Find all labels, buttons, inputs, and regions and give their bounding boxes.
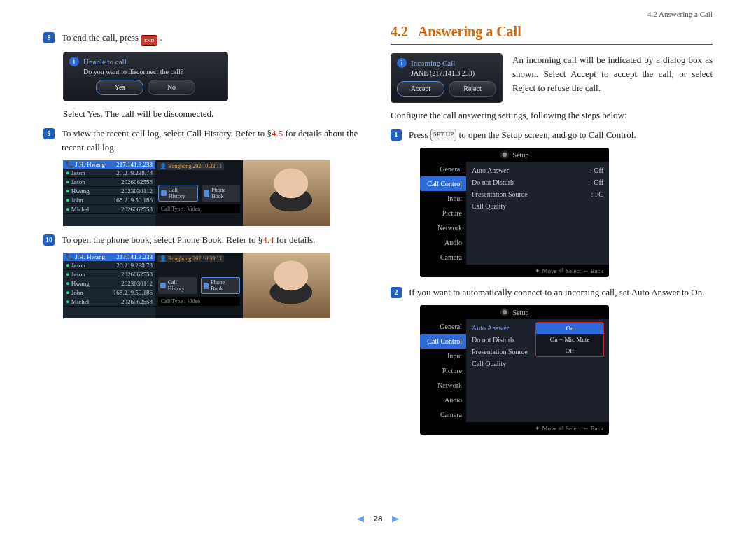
list-item: ● Jason20.219.238.78 (63, 261, 155, 270)
call-list: 📞 J.H. Hwang 217.141.3.233 ● Jason20.219… (63, 160, 155, 226)
call-detail-pane: 👤 Bongbong 202.10.33.11 Call History Pho… (155, 160, 243, 226)
opt-presentation-source[interactable]: Presentation Source: PC (472, 188, 603, 200)
phonebook-icon (204, 190, 210, 197)
history-icon (161, 190, 167, 196)
portrait-image (243, 253, 330, 318)
popup-option-off[interactable]: Off (536, 345, 603, 356)
menu-general[interactable]: General (420, 319, 466, 334)
caller-tag: 👤 Bongbong 202.10.33.11 (158, 162, 224, 170)
popup-option-on[interactable]: On (536, 323, 603, 334)
call-type-label: Call Type : Video (158, 204, 240, 213)
dialog-title: Unable to call. (83, 57, 128, 66)
menu-picture[interactable]: Picture (420, 206, 466, 220)
step-8-after: Select Yes. The call will be disconnecte… (63, 108, 365, 120)
step-2: 2 If you want to automatically connect t… (391, 286, 713, 300)
menu-input[interactable]: Input (420, 349, 466, 363)
list-item: ● Michel2026062558 (63, 297, 155, 307)
xref-link[interactable]: 4.4 (262, 234, 274, 245)
menu-network[interactable]: Network (420, 378, 466, 393)
setup-menu: General Call Control Input Picture Netwo… (420, 319, 466, 422)
opt-call-quality[interactable]: Call Quality (472, 200, 603, 212)
yes-button[interactable]: Yes (96, 80, 144, 95)
caller-id: JANE (217.141.3.233) (411, 69, 496, 77)
step-number: 10 (43, 234, 55, 246)
portrait-image (243, 160, 330, 226)
menu-input[interactable]: Input (420, 191, 466, 206)
setup-titlebar: Setup (420, 305, 609, 319)
step-9: 9 To view the recent-call log, select Ca… (43, 127, 365, 155)
menu-call-control[interactable]: Call Control (420, 334, 466, 349)
reject-button[interactable]: Reject (449, 81, 496, 97)
no-button[interactable]: No (148, 80, 195, 95)
call-list: 📞 J.H. Hwang 217.141.3.233 ● Jason20.219… (63, 253, 155, 318)
step-8: 8 To end the call, press END . (43, 31, 365, 46)
step-number: 9 (43, 128, 55, 139)
phone-book-button[interactable]: Phone Book (202, 185, 241, 202)
list-item: ● John168.219.50.186 (63, 288, 155, 297)
setup-screen-2: Setup General Call Control Input Picture… (420, 305, 609, 435)
setup-footer-hints: ✦ Move ⏎ Select ← Back (420, 422, 609, 435)
caller-tag: 👤 Bongbong 202.10.33.11 (158, 255, 224, 262)
incoming-description: An incoming call will be indicated by a … (512, 53, 713, 103)
setup-options: Auto Answer: Off Do not Disturb: Off Pre… (466, 162, 609, 265)
video-preview (243, 253, 330, 318)
phone-book-button[interactable]: Phone Book (201, 277, 241, 294)
menu-audio[interactable]: Audio (420, 235, 466, 250)
menu-picture[interactable]: Picture (420, 363, 466, 378)
page-footer: ◀ 28 ▶ (0, 513, 756, 524)
list-item: ● John168.219.50.186 (63, 196, 155, 205)
config-intro: Configure the call answering settings, f… (391, 110, 713, 121)
list-item: ● Hwang2023030112 (63, 279, 155, 288)
auto-answer-popup: On On + Mic Mute Off (536, 322, 604, 357)
gear-icon (500, 308, 509, 316)
list-item: ● Hwang2023030112 (63, 187, 155, 196)
end-key-icon: END (141, 35, 158, 46)
menu-network[interactable]: Network (420, 220, 466, 235)
setup-screen-1: Setup General Call Control Input Picture… (420, 148, 609, 277)
page-number: 28 (374, 513, 383, 524)
section-heading: 4.2 Answering a Call (391, 24, 713, 40)
step-number: 8 (43, 32, 55, 43)
list-item: ● Michel2026062558 (63, 205, 155, 214)
phonebook-icon (204, 283, 209, 289)
next-page-icon[interactable]: ▶ (392, 513, 399, 524)
history-icon (160, 283, 166, 288)
menu-camera[interactable]: Camera (420, 250, 466, 265)
popup-option-on-mute[interactable]: On + Mic Mute (536, 334, 603, 345)
menu-audio[interactable]: Audio (420, 393, 466, 407)
disconnect-dialog: i Unable to call. Do you want to disconn… (63, 52, 228, 101)
setup-titlebar: Setup (420, 148, 609, 162)
call-history-button[interactable]: Call History (158, 277, 197, 294)
list-item: ● Jason2026062558 (63, 270, 155, 279)
setup-options: Auto Answer Do not Disturb Presentation … (466, 319, 609, 422)
setup-footer-hints: ✦ Move ⏎ Select ← Back (420, 265, 609, 277)
step-text: To view the recent-call log, select Call… (62, 127, 365, 155)
setup-key-icon: SET UP (430, 129, 457, 141)
phone-book-screenshot: 📞 J.H. Hwang 217.141.3.233 ● Jason20.219… (63, 253, 330, 318)
prev-page-icon[interactable]: ◀ (357, 513, 364, 524)
opt-call-quality[interactable]: Call Quality (472, 358, 603, 370)
opt-dnd[interactable]: Do not Disturb: Off (472, 176, 603, 188)
info-icon: i (69, 57, 79, 66)
list-item: ● Jason2026062558 (63, 178, 155, 187)
call-history-button[interactable]: Call History (158, 185, 198, 202)
call-detail-pane: 👤 Bongbong 202.10.33.11 Call History Pho… (155, 253, 243, 318)
dialog-title-row: i Unable to call. (69, 57, 222, 66)
menu-call-control[interactable]: Call Control (420, 176, 466, 191)
step-10: 10 To open the phone book, select Phone … (43, 233, 365, 247)
call-history-screenshot: 📞 J.H. Hwang 217.141.3.233 ● Jason20.219… (63, 160, 330, 226)
menu-general[interactable]: General (420, 162, 466, 176)
xref-link[interactable]: 4.5 (272, 128, 283, 139)
opt-auto-answer[interactable]: Auto Answer: Off (472, 164, 603, 176)
incoming-call-dialog: i Incoming Call JANE (217.141.3.233) Acc… (391, 53, 503, 103)
heading-rule (391, 44, 713, 45)
step-number: 1 (391, 129, 402, 141)
step-text: Press SET UP to open the Setup screen, a… (409, 128, 636, 142)
step-1: 1 Press SET UP to open the Setup screen,… (391, 128, 713, 142)
call-list-header: 📞 J.H. Hwang 217.141.3.233 (63, 160, 155, 169)
gear-icon (500, 150, 509, 159)
menu-camera[interactable]: Camera (420, 407, 466, 422)
call-type-label: Call Type : Video (158, 297, 240, 306)
page-header-breadcrumb: 4.2 Answering a Call (391, 10, 713, 18)
accept-button[interactable]: Accept (397, 81, 444, 97)
